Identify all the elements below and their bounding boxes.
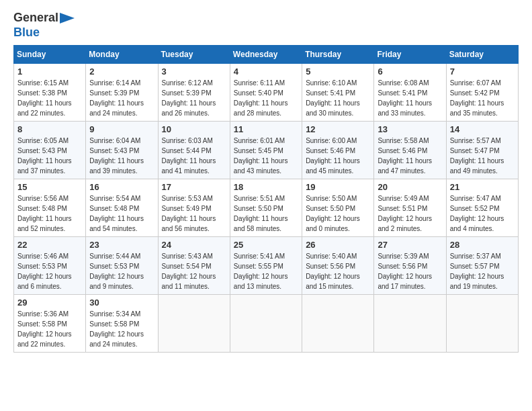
- day-number: 25: [234, 240, 298, 250]
- calendar-cell: 2Sunrise: 6:14 AMSunset: 5:39 PMDaylight…: [86, 64, 158, 122]
- col-header-friday: Friday: [374, 46, 446, 64]
- calendar-cell: 1Sunrise: 6:15 AMSunset: 5:38 PMDaylight…: [14, 64, 86, 122]
- calendar-cell: [302, 295, 374, 353]
- calendar-cell: 26Sunrise: 5:40 AMSunset: 5:56 PMDayligh…: [302, 237, 374, 295]
- calendar-cell: 16Sunrise: 5:54 AMSunset: 5:48 PMDayligh…: [86, 179, 158, 237]
- day-info: Sunrise: 6:15 AMSunset: 5:38 PMDaylight:…: [17, 78, 82, 118]
- day-info: Sunrise: 5:36 AMSunset: 5:58 PMDaylight:…: [17, 309, 82, 349]
- day-info: Sunrise: 5:57 AMSunset: 5:47 PMDaylight:…: [450, 136, 515, 176]
- day-number: 6: [378, 66, 442, 77]
- day-number: 7: [450, 66, 515, 77]
- day-info: Sunrise: 5:49 AMSunset: 5:51 PMDaylight:…: [378, 193, 442, 234]
- day-number: 8: [17, 124, 82, 134]
- calendar-cell: 10Sunrise: 6:03 AMSunset: 5:44 PMDayligh…: [158, 122, 230, 179]
- day-number: 21: [450, 182, 515, 192]
- day-info: Sunrise: 5:54 AMSunset: 5:48 PMDaylight:…: [89, 193, 154, 234]
- day-info: Sunrise: 6:14 AMSunset: 5:39 PMDaylight:…: [89, 78, 154, 118]
- calendar-cell: 28Sunrise: 5:37 AMSunset: 5:57 PMDayligh…: [446, 237, 518, 295]
- col-header-monday: Monday: [86, 46, 158, 64]
- day-info: Sunrise: 6:08 AMSunset: 5:41 PMDaylight:…: [378, 78, 442, 118]
- calendar-cell: [158, 295, 230, 353]
- day-number: 30: [89, 298, 154, 308]
- day-info: Sunrise: 5:50 AMSunset: 5:50 PMDaylight:…: [306, 193, 370, 234]
- day-number: 16: [89, 182, 154, 192]
- page-header: General Blue: [13, 11, 519, 40]
- calendar-cell: 8Sunrise: 6:05 AMSunset: 5:43 PMDaylight…: [14, 122, 86, 179]
- calendar-cell: 30Sunrise: 5:34 AMSunset: 5:58 PMDayligh…: [86, 295, 158, 353]
- day-number: 23: [89, 240, 154, 250]
- calendar-cell: [374, 295, 446, 353]
- day-info: Sunrise: 6:00 AMSunset: 5:46 PMDaylight:…: [306, 136, 370, 176]
- calendar-week-4: 22Sunrise: 5:46 AMSunset: 5:53 PMDayligh…: [14, 237, 519, 295]
- day-info: Sunrise: 6:10 AMSunset: 5:41 PMDaylight:…: [306, 78, 370, 118]
- calendar-cell: 18Sunrise: 5:51 AMSunset: 5:50 PMDayligh…: [230, 179, 302, 237]
- calendar-cell: 20Sunrise: 5:49 AMSunset: 5:51 PMDayligh…: [374, 179, 446, 237]
- day-info: Sunrise: 5:51 AMSunset: 5:50 PMDaylight:…: [234, 193, 298, 234]
- day-number: 13: [378, 124, 442, 134]
- calendar-cell: 7Sunrise: 6:07 AMSunset: 5:42 PMDaylight…: [446, 64, 518, 122]
- calendar-cell: 23Sunrise: 5:44 AMSunset: 5:53 PMDayligh…: [86, 237, 158, 295]
- day-number: 15: [17, 182, 82, 192]
- logo: General Blue: [13, 11, 80, 40]
- calendar-cell: [446, 295, 518, 353]
- day-number: 18: [234, 182, 298, 192]
- col-header-thursday: Thursday: [302, 46, 374, 64]
- col-header-wednesday: Wednesday: [230, 46, 302, 64]
- calendar-cell: 17Sunrise: 5:53 AMSunset: 5:49 PMDayligh…: [158, 179, 230, 237]
- calendar-week-3: 15Sunrise: 5:56 AMSunset: 5:48 PMDayligh…: [14, 179, 519, 237]
- calendar-week-5: 29Sunrise: 5:36 AMSunset: 5:58 PMDayligh…: [14, 295, 519, 353]
- day-info: Sunrise: 5:58 AMSunset: 5:46 PMDaylight:…: [378, 136, 442, 176]
- calendar-cell: 24Sunrise: 5:43 AMSunset: 5:54 PMDayligh…: [158, 237, 230, 295]
- day-info: Sunrise: 5:56 AMSunset: 5:48 PMDaylight:…: [17, 193, 82, 234]
- calendar-cell: 27Sunrise: 5:39 AMSunset: 5:56 PMDayligh…: [374, 237, 446, 295]
- calendar-cell: 21Sunrise: 5:47 AMSunset: 5:52 PMDayligh…: [446, 179, 518, 237]
- day-number: 5: [306, 66, 370, 77]
- svg-marker-0: [60, 13, 75, 24]
- calendar-cell: [230, 295, 302, 353]
- day-info: Sunrise: 5:47 AMSunset: 5:52 PMDaylight:…: [450, 193, 515, 234]
- logo-text-general: General: [13, 11, 75, 26]
- calendar-week-2: 8Sunrise: 6:05 AMSunset: 5:43 PMDaylight…: [14, 122, 519, 179]
- col-header-saturday: Saturday: [446, 46, 518, 64]
- day-number: 29: [17, 298, 82, 308]
- day-number: 3: [162, 66, 226, 77]
- day-info: Sunrise: 6:11 AMSunset: 5:40 PMDaylight:…: [234, 78, 298, 118]
- day-number: 10: [162, 124, 226, 134]
- day-number: 26: [306, 240, 370, 250]
- calendar-table: SundayMondayTuesdayWednesdayThursdayFrid…: [13, 45, 519, 353]
- calendar-cell: 6Sunrise: 6:08 AMSunset: 5:41 PMDaylight…: [374, 64, 446, 122]
- calendar-cell: 4Sunrise: 6:11 AMSunset: 5:40 PMDaylight…: [230, 64, 302, 122]
- day-number: 12: [306, 124, 370, 134]
- day-info: Sunrise: 6:07 AMSunset: 5:42 PMDaylight:…: [450, 78, 515, 118]
- calendar-week-1: 1Sunrise: 6:15 AMSunset: 5:38 PMDaylight…: [14, 64, 519, 122]
- calendar-cell: 12Sunrise: 6:00 AMSunset: 5:46 PMDayligh…: [302, 122, 374, 179]
- day-number: 14: [450, 124, 515, 134]
- day-info: Sunrise: 5:53 AMSunset: 5:49 PMDaylight:…: [162, 193, 226, 234]
- logo-container: General Blue: [13, 11, 75, 40]
- day-number: 28: [450, 240, 515, 250]
- col-header-sunday: Sunday: [14, 46, 86, 64]
- day-info: Sunrise: 6:01 AMSunset: 5:45 PMDaylight:…: [234, 136, 298, 176]
- day-info: Sunrise: 5:34 AMSunset: 5:58 PMDaylight:…: [89, 309, 154, 349]
- day-info: Sunrise: 6:12 AMSunset: 5:39 PMDaylight:…: [162, 78, 226, 118]
- day-info: Sunrise: 5:40 AMSunset: 5:56 PMDaylight:…: [306, 251, 370, 291]
- day-number: 4: [234, 66, 298, 77]
- calendar-cell: 11Sunrise: 6:01 AMSunset: 5:45 PMDayligh…: [230, 122, 302, 179]
- day-info: Sunrise: 6:03 AMSunset: 5:44 PMDaylight:…: [162, 136, 226, 176]
- calendar-cell: 13Sunrise: 5:58 AMSunset: 5:46 PMDayligh…: [374, 122, 446, 179]
- day-info: Sunrise: 5:44 AMSunset: 5:53 PMDaylight:…: [89, 251, 154, 291]
- day-number: 2: [89, 66, 154, 77]
- calendar-cell: 29Sunrise: 5:36 AMSunset: 5:58 PMDayligh…: [14, 295, 86, 353]
- day-number: 9: [89, 124, 154, 134]
- day-info: Sunrise: 5:43 AMSunset: 5:54 PMDaylight:…: [162, 251, 226, 291]
- calendar-cell: 22Sunrise: 5:46 AMSunset: 5:53 PMDayligh…: [14, 237, 86, 295]
- day-info: Sunrise: 5:37 AMSunset: 5:57 PMDaylight:…: [450, 251, 515, 291]
- logo-text-blue: Blue: [13, 26, 40, 40]
- day-info: Sunrise: 6:04 AMSunset: 5:43 PMDaylight:…: [89, 136, 154, 176]
- calendar-cell: 25Sunrise: 5:41 AMSunset: 5:55 PMDayligh…: [230, 237, 302, 295]
- day-number: 24: [162, 240, 226, 250]
- day-number: 27: [378, 240, 442, 250]
- calendar-cell: 19Sunrise: 5:50 AMSunset: 5:50 PMDayligh…: [302, 179, 374, 237]
- day-number: 1: [17, 66, 82, 77]
- day-number: 11: [234, 124, 298, 134]
